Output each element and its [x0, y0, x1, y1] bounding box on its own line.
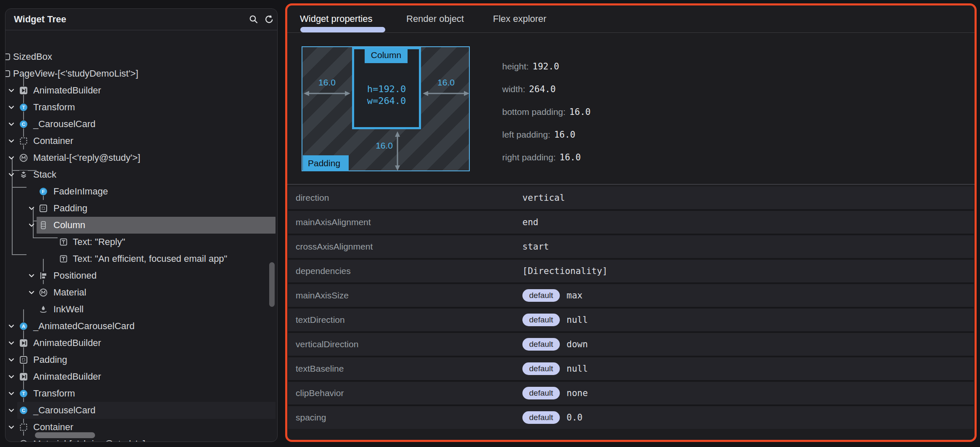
material-icon: [19, 154, 28, 162]
tree-row[interactable]: AnimatedBuilder: [5, 335, 277, 351]
tree-row[interactable]: TTransform: [5, 385, 277, 402]
chevron-down-icon[interactable]: [8, 356, 15, 364]
padding-icon: [19, 356, 28, 364]
tree-row-label: Transform: [33, 388, 75, 399]
tree-row[interactable]: Padding: [5, 200, 277, 217]
chevron-down-icon[interactable]: [8, 440, 15, 442]
chevron-down-icon[interactable]: [8, 423, 15, 431]
property-name: spacing: [288, 412, 326, 423]
tree-row[interactable]: Text: "An efficient, focused email app": [5, 250, 277, 267]
chevron-down-icon[interactable]: [8, 322, 15, 330]
chevron-down-icon[interactable]: [8, 154, 15, 162]
property-value-cell: default0.0: [522, 406, 583, 429]
column-icon: [39, 221, 48, 229]
property-value: null: [567, 315, 588, 325]
property-value: 0.0: [567, 412, 583, 423]
chevron-down-icon[interactable]: [28, 205, 35, 212]
svg-text:C: C: [22, 122, 25, 127]
panel-title: Widget Tree: [14, 14, 66, 25]
tree-row[interactable]: Stack: [5, 166, 277, 183]
tree-row[interactable]: Text: "Reply": [5, 234, 277, 250]
fade-in-image-icon: F: [39, 187, 48, 196]
tab-render-object[interactable]: Render object: [406, 5, 464, 32]
vertical-scrollbar-thumb[interactable]: [269, 262, 275, 307]
tree-row-label: InkWell: [53, 304, 84, 315]
tree-row-label: Stack: [33, 169, 56, 180]
tab-flex-explorer[interactable]: Flex explorer: [493, 5, 546, 32]
tree-row-label: Transform: [33, 102, 75, 113]
property-value-cell: defaultnull: [522, 309, 588, 331]
tree-row[interactable]: TTransform: [5, 99, 277, 116]
tree-row-label: Text: "An efficient, focused email app": [73, 253, 227, 264]
material-icon: [19, 440, 28, 442]
horizontal-scrollbar-thumb[interactable]: [35, 432, 95, 438]
chevron-down-icon[interactable]: [8, 120, 15, 128]
layout-properties-list: height:192.0width:264.0bottom padding:16…: [502, 55, 591, 169]
tree-row[interactable]: AnimatedBuilder: [5, 368, 277, 385]
tree-row-label: AnimatedBuilder: [33, 371, 101, 382]
property-name: mainAxisSize: [288, 290, 349, 301]
chevron-down-icon[interactable]: [8, 137, 15, 145]
tree-row[interactable]: Material-[<'reply@study'>]: [5, 149, 277, 166]
layout-prop-line: left padding:16.0: [502, 123, 591, 146]
property-value-cell: start: [522, 235, 549, 258]
property-name: dependencies: [288, 266, 351, 276]
chevron-down-icon[interactable]: [28, 289, 35, 296]
property-value-cell: end: [522, 211, 538, 234]
property-value: null: [567, 364, 588, 374]
layout-prop-value: 192.0: [532, 61, 559, 72]
transform-icon: T: [19, 103, 28, 112]
property-name: verticalDirection: [288, 339, 358, 349]
chevron-down-icon[interactable]: [8, 407, 15, 414]
tree-row[interactable]: FFadeInImage: [5, 183, 277, 200]
chevron-down-icon[interactable]: [8, 390, 15, 397]
chevron-down-icon[interactable]: [8, 87, 15, 94]
layout-prop-value: 264.0: [529, 84, 556, 94]
tab-widget-properties[interactable]: Widget properties: [300, 5, 372, 32]
tree-row-label: Padding: [33, 354, 67, 365]
bottom-padding-arrow-icon: [394, 131, 401, 171]
tree-row[interactable]: SizedBox: [5, 48, 277, 65]
property-value-cell: defaultnone: [522, 382, 588, 404]
chevron-down-icon[interactable]: [8, 339, 15, 347]
tree-row-label: AnimatedBuilder: [33, 85, 101, 96]
property-value: down: [567, 339, 588, 349]
property-name: textDirection: [288, 315, 345, 325]
property-value: start: [522, 242, 549, 252]
chevron-down-icon[interactable]: [8, 373, 15, 380]
height-text: h=192.0: [352, 83, 421, 95]
right-padding-arrow-icon: [423, 90, 469, 97]
carousel-card-icon: C: [19, 120, 28, 128]
chevron-down-icon[interactable]: [8, 104, 15, 111]
tree-row[interactable]: PageView-[<'studyDemoList'>]: [5, 65, 277, 82]
property-value: end: [522, 217, 538, 227]
refresh-icon[interactable]: [264, 14, 274, 24]
tree-row[interactable]: C_CarouselCard: [5, 402, 277, 419]
layout-explorer-diagram: Column h=192.0 w=264.0 16.0 16.0 16.0 Pa…: [302, 46, 470, 171]
tree-row[interactable]: Positioned: [5, 267, 277, 284]
padding-icon: [39, 204, 48, 213]
transform-icon: T: [19, 389, 28, 398]
tree-row[interactable]: Padding: [5, 351, 277, 368]
tree-row-label: Material-[<'reply@study'>]: [33, 152, 140, 163]
property-value-cell: [Directionality]: [522, 260, 607, 282]
property-row: mainAxisAlignmentend: [288, 211, 974, 234]
animated-carousel-card-icon: A: [19, 322, 28, 330]
tree-row[interactable]: Material: [5, 284, 277, 301]
tree-row[interactable]: Container: [5, 133, 277, 149]
property-name: textBaseline: [288, 364, 344, 374]
ink-well-icon: [39, 305, 48, 314]
tree-row[interactable]: Column: [5, 217, 277, 234]
property-value-cell: vertical: [522, 186, 565, 209]
chevron-down-icon[interactable]: [28, 272, 35, 279]
property-row: spacingdefault0.0: [288, 406, 974, 429]
tree-row[interactable]: C_CarouselCard: [5, 116, 277, 133]
tree-row[interactable]: AnimatedBuilder: [5, 82, 277, 99]
tree-row[interactable]: A_AnimatedCarouselCard: [5, 318, 277, 335]
tree-row[interactable]: InkWell: [5, 301, 277, 318]
chevron-down-icon[interactable]: [28, 221, 35, 229]
search-icon[interactable]: [249, 14, 259, 24]
chevron-down-icon[interactable]: [8, 171, 15, 178]
default-badge: default: [522, 411, 560, 424]
property-row: verticalDirectiondefaultdown: [288, 333, 974, 356]
